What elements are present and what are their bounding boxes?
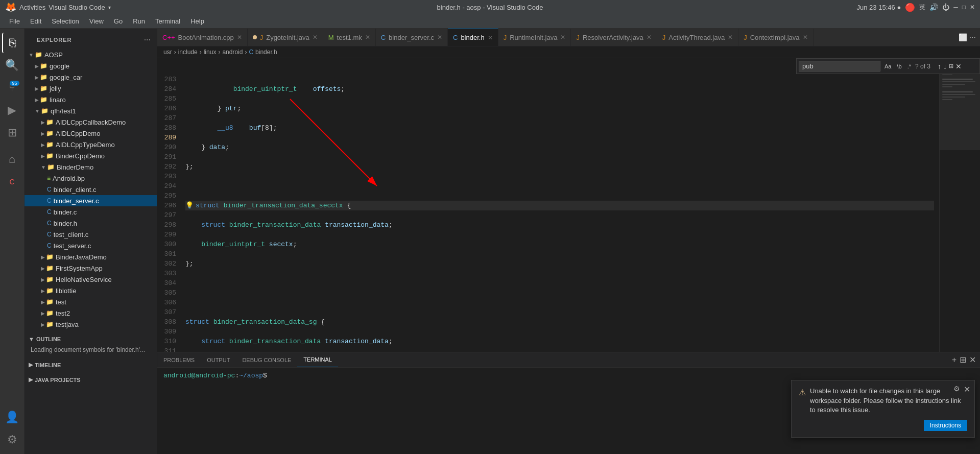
vscode-dropdown-icon[interactable]: ▾ bbox=[108, 5, 111, 10]
breadcrumb-sep1: › bbox=[174, 49, 176, 56]
tree-folder-qfh[interactable]: ▼ 📁 qfh/test1 bbox=[25, 105, 157, 116]
tab-terminal[interactable]: TERMINAL bbox=[297, 352, 338, 367]
minimize-button[interactable]: ─ bbox=[953, 4, 958, 11]
breadcrumb-android[interactable]: android bbox=[222, 49, 243, 56]
java-projects-section-header[interactable]: ▶ JAVA PROJECTS bbox=[25, 374, 157, 385]
line-numbers: 283284285286287 288 289 290291292293294 … bbox=[157, 75, 180, 352]
breadcrumb-linux[interactable]: linux bbox=[204, 49, 217, 56]
find-match-case[interactable]: Aa bbox=[882, 62, 893, 70]
tab-binder-server-c[interactable]: C binder_server.c ✕ bbox=[376, 29, 448, 46]
menu-edit[interactable]: Edit bbox=[26, 16, 45, 26]
tab-close-binder-h[interactable]: ✕ bbox=[488, 34, 493, 41]
account-activity-icon[interactable]: 👤 bbox=[2, 407, 22, 427]
run-debug-activity-icon[interactable]: ▶ bbox=[2, 100, 22, 121]
vscode-app-label[interactable]: Visual Studio Code bbox=[49, 4, 105, 11]
tab-zygoteinit[interactable]: J ZygoteInit.java ✕ bbox=[248, 29, 323, 46]
tree-file-binder-h[interactable]: C binder.h bbox=[25, 218, 157, 229]
code-content[interactable]: binder_uintptr_t offsets; } ptr; __u8 bu… bbox=[180, 75, 939, 352]
tree-folder-aidlcpp[interactable]: ▶ 📁 AIDLCppDemo bbox=[25, 128, 157, 139]
tab-activitythread[interactable]: J ActivityThread.java ✕ bbox=[657, 29, 738, 46]
tab-problems[interactable]: PROBLEMS bbox=[157, 352, 201, 367]
find-whole-word[interactable]: \b bbox=[895, 62, 903, 70]
find-regex[interactable]: .* bbox=[905, 62, 913, 70]
panel-add-icon[interactable]: + bbox=[952, 355, 957, 365]
tree-file-binder-server[interactable]: C binder_server.c bbox=[25, 195, 157, 206]
tab-resolveractivity[interactable]: J ResolverActivity.java ✕ bbox=[571, 29, 657, 46]
tree-folder-aidlcppcallback[interactable]: ▶ 📁 AIDLCppCallbackDemo bbox=[25, 116, 157, 128]
find-replace-icon[interactable]: ⊞ bbox=[949, 63, 953, 69]
maximize-button[interactable]: □ bbox=[962, 4, 966, 11]
tab-binder-h[interactable]: C binder.h ✕ bbox=[448, 29, 498, 46]
notification-header: ⚠ Unable to watch for file changes in th… bbox=[799, 387, 967, 415]
tree-folder-binderdemo[interactable]: ▼ 📁 BinderDemo bbox=[25, 161, 157, 173]
menu-view[interactable]: View bbox=[85, 16, 108, 26]
tree-folder-linaro[interactable]: ▶ 📁 linaro bbox=[25, 94, 157, 105]
editor-more-icon[interactable]: ··· bbox=[969, 33, 976, 42]
find-input[interactable] bbox=[799, 61, 880, 71]
tree-file-test-server[interactable]: C test_server.c bbox=[25, 240, 157, 251]
menu-file[interactable]: File bbox=[5, 16, 24, 26]
find-prev-button[interactable]: ↑ bbox=[938, 62, 941, 70]
tree-folder-firstsystem[interactable]: ▶ 📁 FirstSystemApp bbox=[25, 262, 157, 274]
tree-folder-test[interactable]: ▶ 📁 test bbox=[25, 296, 157, 307]
find-close-button[interactable]: ✕ bbox=[955, 62, 962, 70]
menu-run[interactable]: Run bbox=[129, 16, 149, 26]
extensions-activity-icon[interactable]: ⊞ bbox=[2, 123, 22, 143]
tree-folder-google-car[interactable]: ▶ 📁 google_car bbox=[25, 71, 157, 83]
tab-output[interactable]: OUTPUT bbox=[201, 352, 236, 367]
tab-bar: C++ BootAnimation.cpp ✕ J ZygoteInit.jav… bbox=[157, 29, 980, 46]
remote-activity-icon[interactable]: ⌂ bbox=[2, 149, 22, 170]
menu-help[interactable]: Help bbox=[186, 16, 208, 26]
breadcrumb-sep4: › bbox=[245, 49, 247, 56]
find-result-count: ? of 3 bbox=[915, 63, 936, 70]
activities-label[interactable]: Activities bbox=[19, 4, 45, 11]
tree-folder-aidlcpptype[interactable]: ▶ 📁 AIDLCppTypeDemo bbox=[25, 139, 157, 150]
panel-split-icon[interactable]: ⊞ bbox=[960, 355, 966, 365]
code-editor[interactable]: 283284285286287 288 289 290291292293294 … bbox=[157, 75, 939, 352]
lang-icon[interactable]: 英 bbox=[919, 3, 925, 12]
editor-layout-icon[interactable]: ⬜ bbox=[959, 33, 967, 41]
csdn-activity-icon[interactable]: C bbox=[2, 172, 22, 192]
sidebar-more-icon[interactable]: ··· bbox=[144, 35, 151, 44]
breadcrumb-file[interactable]: binder.h bbox=[255, 49, 277, 56]
tree-folder-binderjavademo[interactable]: ▶ 📁 BinderJavaDemo bbox=[25, 251, 157, 262]
breadcrumb-usr[interactable]: usr bbox=[163, 49, 172, 56]
menu-terminal[interactable]: Terminal bbox=[151, 16, 184, 26]
tree-file-binder-client[interactable]: C binder_client.c bbox=[25, 184, 157, 195]
notification-actions: Instructions bbox=[799, 420, 967, 431]
tree-folder-bindercpp[interactable]: ▶ 📁 BinderCppDemo bbox=[25, 150, 157, 161]
find-next-button[interactable]: ↓ bbox=[943, 62, 947, 70]
power-icon[interactable]: ⏻ bbox=[942, 3, 949, 11]
tree-folder-hellonative[interactable]: ▶ 📁 HelloNativeService bbox=[25, 274, 157, 285]
notification-gear-button[interactable]: ⚙ bbox=[953, 385, 960, 393]
menu-selection[interactable]: Selection bbox=[47, 16, 83, 26]
source-control-activity-icon[interactable]: ⑂ 95 bbox=[2, 78, 22, 98]
tree-folder-test2[interactable]: ▶ 📁 test2 bbox=[25, 307, 157, 319]
volume-icon[interactable]: 🔊 bbox=[929, 3, 938, 11]
tab-runtimeinit[interactable]: J RuntimeInit.java ✕ bbox=[498, 29, 571, 46]
settings-activity-icon[interactable]: ⚙ bbox=[2, 429, 22, 450]
breadcrumb-sep3: › bbox=[218, 49, 220, 56]
notification-instructions-button[interactable]: Instructions bbox=[924, 420, 967, 431]
tree-folder-liblottie[interactable]: ▶ 📁 liblottie bbox=[25, 285, 157, 296]
menu-go[interactable]: Go bbox=[110, 16, 127, 26]
notification-close-button[interactable]: ✕ bbox=[964, 385, 970, 394]
tab-contextimpl[interactable]: J ContextImpl.java ✕ bbox=[738, 29, 813, 46]
tree-folder-jelly[interactable]: ▶ 📁 jelly bbox=[25, 83, 157, 94]
tree-folder-testjava[interactable]: ▶ 📁 testjava bbox=[25, 319, 157, 330]
breadcrumb-include[interactable]: include bbox=[178, 49, 198, 56]
outline-section-header[interactable]: ▼ OUTLINE bbox=[25, 334, 157, 344]
search-activity-icon[interactable]: 🔍 bbox=[2, 55, 22, 76]
timeline-section-header[interactable]: ▶ TIMELINE bbox=[25, 360, 157, 370]
tab-bootanimation[interactable]: C++ BootAnimation.cpp ✕ bbox=[157, 29, 248, 46]
explorer-activity-icon[interactable]: ⎘ bbox=[2, 33, 22, 53]
tree-file-android-bp[interactable]: ≡ Android.bp bbox=[25, 173, 157, 184]
panel-close-icon[interactable]: ✕ bbox=[969, 355, 976, 365]
tree-file-binder-c[interactable]: C binder.c bbox=[25, 206, 157, 218]
tree-file-test-client[interactable]: C test_client.c bbox=[25, 229, 157, 240]
tree-root-aosp[interactable]: ▼ 📁 AOSP bbox=[25, 49, 157, 60]
close-button[interactable]: ✕ bbox=[970, 4, 975, 11]
tree-folder-google[interactable]: ▶ 📁 google bbox=[25, 60, 157, 71]
tab-test1mk[interactable]: M test1.mk ✕ bbox=[323, 29, 376, 46]
tab-debug-console[interactable]: DEBUG CONSOLE bbox=[236, 352, 297, 367]
